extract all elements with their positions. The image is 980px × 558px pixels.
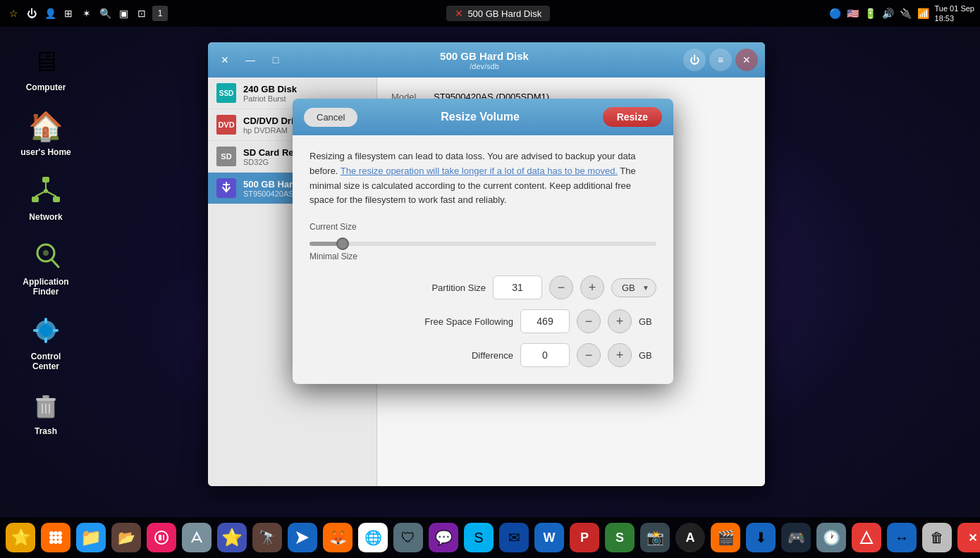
dock-word[interactable]: W [533, 521, 565, 554]
dock-colors[interactable] [180, 521, 213, 554]
dock-disks-icon: ✕ [957, 523, 980, 552]
svg-rect-2 [53, 197, 60, 202]
sparkle-icon[interactable]: ✶ [79, 6, 94, 21]
svg-rect-32 [159, 535, 161, 540]
dock-bookmarks[interactable]: ⭐ [216, 521, 248, 554]
svg-point-27 [58, 535, 62, 540]
bluetooth-icon[interactable]: 🔵 [829, 8, 841, 19]
screen-icon[interactable]: ⊡ [134, 6, 149, 21]
volume-icon[interactable]: 🔊 [882, 8, 894, 19]
svg-point-11 [39, 324, 52, 337]
svg-point-23 [54, 531, 58, 535]
dock-menu[interactable] [39, 521, 72, 554]
size-slider[interactable] [310, 242, 656, 246]
partition-size-unit-select[interactable]: GB MB TB [611, 278, 656, 297]
dock-capture[interactable]: 📸 [639, 521, 671, 554]
search-icon[interactable]: 🔍 [97, 6, 113, 21]
taskbar-left-icons: ☆ ⏻ 👤 ⊞ ✶ 🔍 ▣ ⊡ 1 [6, 6, 168, 21]
dock-filemanager-icon: 📂 [111, 523, 141, 552]
window-minimize-button[interactable]: — [240, 50, 260, 70]
signal-icon[interactable]: 📶 [917, 8, 929, 19]
resize-button[interactable]: Resize [603, 107, 662, 127]
dock-send[interactable] [286, 521, 319, 554]
dock-skype[interactable]: S [463, 521, 495, 554]
dock-timeshift[interactable]: 🕐 [815, 521, 847, 554]
star-icon[interactable]: ☆ [6, 6, 21, 21]
desktop-icon-appfinder[interactable]: Application Finder [14, 233, 78, 301]
svg-rect-14 [33, 329, 39, 332]
free-space-decrement[interactable]: − [577, 309, 601, 333]
disk-power-button[interactable]: ⏻ [683, 49, 706, 71]
appfinder-icon [27, 237, 64, 274]
dock-anoise[interactable]: A [674, 521, 706, 554]
desktop-icon-control[interactable]: Control Center [14, 308, 78, 376]
desktop-icon-home[interactable]: 🏠 user's Home [14, 104, 78, 161]
datetime-display: Tue 01 Sep 18:53 [935, 4, 974, 24]
dock-viber[interactable]: 💬 [427, 521, 460, 554]
dock-proxy[interactable]: 🛡 [392, 521, 424, 554]
dock-files[interactable]: 📁 [75, 521, 107, 554]
svg-point-26 [54, 535, 58, 540]
desktop-icon-computer[interactable]: 🖥 Computer [14, 39, 78, 97]
desktop-icon-network[interactable]: Network [14, 168, 78, 226]
svg-rect-33 [163, 535, 164, 540]
user-icon[interactable]: 👤 [42, 6, 58, 21]
dock-firefox[interactable]: 🦊 [321, 521, 354, 554]
free-space-input[interactable] [520, 309, 570, 333]
dock-vlc[interactable]: 🎬 [709, 521, 742, 554]
window-icon[interactable]: ▣ [116, 6, 131, 21]
dock-steam[interactable]: 🎮 [780, 521, 812, 554]
partition-size-increment[interactable]: + [580, 275, 604, 299]
control-icon [27, 312, 64, 349]
dock-files-icon: 📁 [76, 523, 106, 552]
desktop-icon-trash[interactable]: Trash [14, 383, 78, 440]
battery2-icon[interactable]: 🔌 [900, 8, 912, 19]
difference-decrement[interactable]: − [577, 343, 601, 367]
network-icon [27, 173, 64, 209]
svg-rect-1 [32, 197, 39, 202]
dock-wps-p[interactable]: P [568, 521, 601, 554]
window-close-button[interactable]: ✕ [215, 50, 235, 70]
partition-size-input[interactable] [493, 275, 542, 299]
difference-increment[interactable]: + [608, 343, 632, 367]
number-icon[interactable]: 1 [152, 6, 168, 21]
dock-thunderbird[interactable]: ✉ [498, 521, 530, 554]
svg-point-28 [49, 540, 54, 544]
dock-manjaro[interactable] [145, 521, 178, 554]
battery-icon[interactable]: 🔋 [864, 8, 876, 19]
dock-star[interactable]: ⭐ [4, 521, 37, 554]
dock-chrome[interactable]: 🌐 [357, 521, 389, 554]
active-window-taskbar[interactable]: ✕ 500 GB Hard Disk [446, 6, 550, 21]
power-icon[interactable]: ⏻ [24, 6, 39, 21]
dock-chrome-icon: 🌐 [358, 523, 388, 552]
dock-disks[interactable]: ✕ [956, 521, 980, 554]
unit-select-wrapper[interactable]: GB MB TB ▼ [611, 278, 656, 297]
dock-trash[interactable]: 🗑 [921, 521, 953, 554]
dock-filemanager[interactable]: 📂 [110, 521, 142, 554]
dock-steam-icon: 🎮 [781, 523, 811, 552]
dock-qbit[interactable]: ⬇ [745, 521, 777, 554]
taskbar-top: ☆ ⏻ 👤 ⊞ ✶ 🔍 ▣ ⊡ 1 ✕ 500 GB Hard Disk 🔵 🇺… [0, 0, 980, 27]
resize-warning-text: Resizing a filesystem can lead to data l… [310, 149, 656, 208]
dock-wps-s[interactable]: S [604, 521, 636, 554]
apps-icon[interactable]: ⊞ [61, 6, 76, 21]
svg-rect-13 [44, 337, 47, 343]
dock-wps-s-icon: S [605, 523, 635, 552]
dock-teamviewer[interactable]: ↔ [886, 521, 918, 554]
size-slider-container[interactable] [310, 236, 656, 249]
cancel-button[interactable]: Cancel [304, 108, 357, 127]
dock-anoise-icon: A [675, 523, 705, 552]
partition-size-decrement[interactable]: − [549, 275, 573, 299]
difference-input[interactable] [520, 343, 570, 367]
window-maximize-button[interactable]: □ [266, 50, 286, 70]
flag-icon[interactable]: 🇺🇸 [847, 8, 859, 19]
disk-close-button[interactable]: ✕ [735, 49, 758, 71]
home-label: user's Home [20, 147, 71, 157]
partition-size-row: Partition Size − + GB MB TB ▼ [310, 275, 656, 299]
disk-menu-button[interactable]: ≡ [709, 49, 732, 71]
home-icon: 🏠 [27, 108, 64, 144]
dock-anydesk[interactable] [850, 521, 883, 554]
free-space-increment[interactable]: + [608, 309, 632, 333]
dock-binoculars[interactable]: 🔭 [251, 521, 283, 554]
svg-rect-17 [36, 398, 56, 401]
